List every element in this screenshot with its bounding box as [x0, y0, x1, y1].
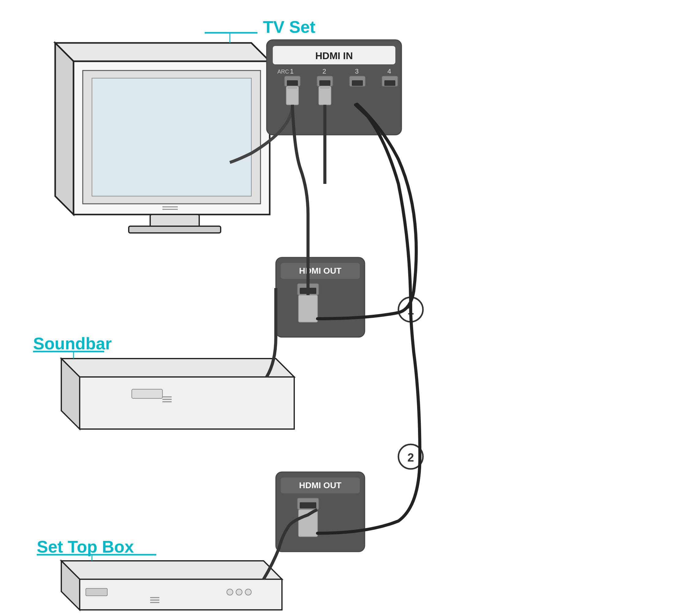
svg-marker-44: [80, 579, 282, 610]
stb-hdmi-out-label: HDMI OUT: [299, 481, 342, 490]
svg-rect-21: [319, 86, 331, 105]
svg-marker-42: [61, 561, 282, 579]
soundbar-label: Soundbar: [33, 334, 112, 353]
arc-label: ARC: [277, 69, 289, 75]
port1-label: 1: [290, 68, 294, 75]
svg-rect-45: [86, 588, 107, 596]
svg-rect-20: [287, 86, 297, 89]
port3-label: 3: [355, 68, 359, 75]
svg-rect-34: [132, 389, 162, 399]
svg-rect-19: [286, 86, 299, 105]
svg-rect-16: [352, 80, 363, 86]
svg-marker-0: [55, 43, 270, 61]
svg-rect-39: [300, 502, 316, 508]
svg-point-48: [245, 589, 251, 595]
svg-marker-30: [80, 377, 294, 429]
stb-label: Set Top Box: [37, 537, 134, 556]
svg-rect-5: [150, 214, 199, 227]
circle-2: 2: [407, 451, 414, 464]
tv-set-label: TV Set: [263, 18, 316, 36]
svg-rect-14: [319, 80, 330, 86]
svg-point-46: [227, 589, 233, 595]
svg-marker-1: [55, 43, 74, 214]
diagram-container: HDMI IN ARC 1 2 3 4 HDMI O: [0, 0, 681, 616]
soundbar-hdmi-out-label: HDMI OUT: [299, 266, 342, 276]
svg-point-47: [236, 589, 242, 595]
port4-label: 4: [387, 68, 391, 75]
svg-rect-6: [129, 226, 221, 233]
svg-marker-4: [92, 78, 251, 196]
svg-rect-27: [299, 295, 318, 322]
svg-rect-12: [287, 80, 298, 86]
svg-marker-28: [61, 359, 294, 377]
port2-label: 2: [322, 68, 326, 75]
svg-rect-22: [320, 86, 330, 89]
hdmi-in-label: HDMI IN: [316, 50, 353, 61]
svg-rect-18: [384, 80, 395, 86]
